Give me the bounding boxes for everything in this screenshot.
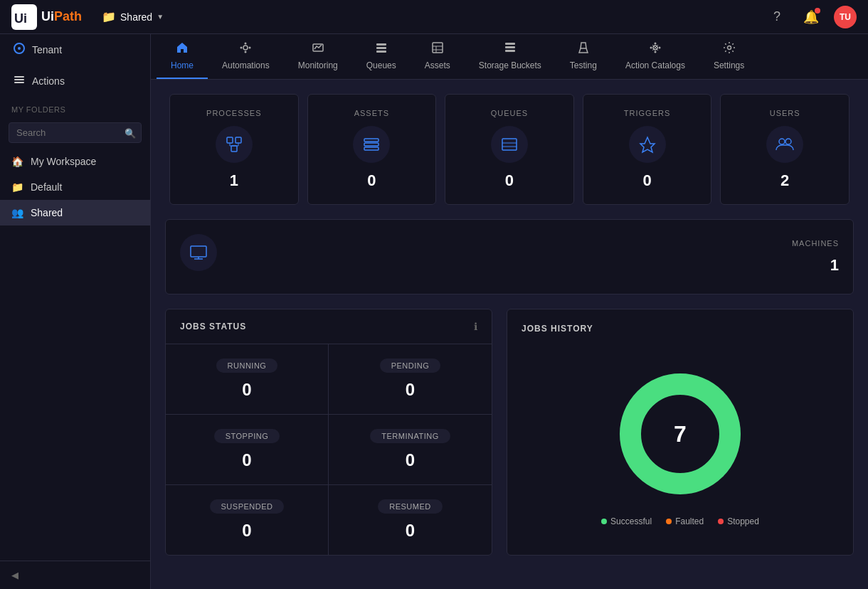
sidebar-item-tenant-label: Tenant (32, 44, 62, 55)
tab-testing[interactable]: Testing (556, 34, 611, 79)
sidebar-item-actions[interactable]: Actions (0, 65, 150, 97)
stat-card-processes[interactable]: PROCESSES 1 (169, 94, 299, 205)
donut-center-value: 7 (674, 420, 687, 447)
svg-rect-33 (231, 146, 237, 152)
machines-row: MACHINES 1 (151, 219, 868, 309)
svg-point-3 (18, 47, 21, 50)
tab-testing-label: Testing (570, 60, 597, 70)
tab-monitoring[interactable]: Monitoring (284, 34, 352, 79)
legend-label-stopped: Stopped (727, 516, 759, 526)
shared-breadcrumb-button[interactable]: 📁 Shared ▼ (96, 7, 169, 26)
legend-item-successful: Successful (601, 516, 652, 526)
tab-settings[interactable]: Settings (699, 34, 758, 79)
sidebar-item-default[interactable]: 📁 Default (0, 174, 150, 200)
svg-rect-41 (502, 139, 517, 150)
machines-icon (180, 234, 217, 271)
storage-buckets-tab-icon (504, 41, 517, 58)
tab-settings-label: Settings (714, 60, 744, 70)
svg-rect-15 (376, 51, 386, 53)
main-content: Home Automations Monitoring Queues (151, 34, 868, 589)
job-cell-stopping: STOPPING 0 (166, 415, 329, 485)
job-count-resumed: 0 (406, 521, 415, 541)
jobs-status-header: JOBS STATUS ℹ (166, 309, 492, 344)
stat-label-processes: PROCESSES (206, 109, 261, 117)
notification-dot (815, 8, 820, 14)
legend-dot-successful (601, 519, 607, 524)
tab-home[interactable]: Home (157, 34, 208, 79)
sidebar-item-shared-label: Shared (31, 207, 63, 218)
tab-queues-label: Queues (366, 60, 396, 70)
job-count-pending: 0 (406, 380, 415, 400)
stat-card-users[interactable]: USERS 2 (720, 94, 850, 205)
queues-tab-icon (375, 41, 388, 58)
help-button[interactable]: ? (766, 6, 788, 28)
job-badge-stopping: STOPPING (214, 429, 280, 443)
sidebar-item-tenant[interactable]: Tenant (0, 34, 150, 65)
donut-legend: Successful Faulted Stopped (601, 516, 759, 526)
svg-marker-44 (640, 137, 655, 152)
job-count-stopping: 0 (242, 450, 251, 470)
svg-point-8 (245, 43, 247, 45)
svg-text:Ui: Ui (14, 11, 27, 26)
sidebar-item-my-workspace[interactable]: 🏠 My Workspace (0, 149, 150, 174)
job-badge-resumed: RESUMED (378, 499, 443, 514)
logo: Ui UiPath (11, 4, 82, 30)
help-icon: ? (773, 9, 780, 24)
tab-home-label: Home (171, 60, 194, 70)
legend-label-successful: Successful (610, 516, 652, 526)
tab-automations[interactable]: Automations (208, 34, 284, 79)
job-badge-suspended: SUSPENDED (210, 499, 285, 514)
legend-item-stopped: Stopped (718, 516, 759, 526)
notification-button[interactable]: 🔔 (800, 6, 822, 28)
tab-action-catalogs[interactable]: Action Catalogs (611, 34, 699, 79)
stat-label-assets: ASSETS (354, 109, 389, 117)
job-count-terminating: 0 (406, 450, 415, 470)
svg-rect-13 (376, 43, 386, 46)
chevron-down-icon: ▼ (157, 13, 164, 21)
workspace-icon: 🏠 (11, 156, 23, 167)
settings-tab-icon (723, 41, 736, 58)
legend-label-faulted: Faulted (675, 516, 704, 526)
avatar[interactable]: TU (834, 6, 857, 28)
info-icon[interactable]: ℹ (474, 321, 477, 332)
svg-rect-47 (191, 246, 206, 257)
svg-rect-21 (505, 46, 515, 48)
default-folder-icon: 📁 (11, 181, 23, 193)
svg-rect-32 (235, 137, 241, 143)
search-input[interactable] (9, 122, 142, 143)
svg-rect-22 (505, 50, 515, 52)
machines-left (180, 234, 217, 280)
tab-assets[interactable]: Assets (411, 34, 465, 79)
svg-rect-39 (364, 143, 379, 146)
stat-card-queues[interactable]: QUEUES 0 (445, 94, 574, 205)
tab-storage-buckets[interactable]: Storage Buckets (465, 34, 556, 79)
svg-rect-38 (364, 139, 379, 142)
tab-queues[interactable]: Queues (352, 34, 411, 79)
svg-point-10 (240, 47, 243, 49)
svg-point-11 (249, 47, 251, 49)
donut-chart: 7 (609, 363, 751, 505)
automations-tab-icon (239, 41, 252, 58)
job-badge-terminating: TERMINATING (370, 429, 450, 443)
collapse-button[interactable]: ◀ (0, 561, 150, 589)
tab-action-catalogs-label: Action Catalogs (625, 60, 685, 70)
jobs-status-card: JOBS STATUS ℹ RUNNING 0 PENDING 0 STOPPI… (165, 309, 492, 556)
stat-card-triggers[interactable]: TRIGGERS 0 (583, 94, 712, 205)
stat-value-processes: 1 (230, 171, 238, 190)
stat-card-assets[interactable]: ASSETS 0 (307, 94, 437, 205)
layout: Tenant Actions MY FOLDERS 🔍 🏠 My Workspa… (0, 34, 868, 589)
job-cell-terminating: TERMINATING 0 (329, 415, 492, 485)
sidebar-item-actions-label: Actions (32, 75, 65, 87)
stat-label-queues: QUEUES (491, 109, 528, 117)
action-catalogs-tab-icon (649, 41, 662, 58)
shared-folder-icon: 👥 (11, 207, 23, 218)
job-cell-pending: PENDING 0 (329, 344, 492, 415)
job-cell-resumed: RESUMED 0 (329, 485, 492, 555)
legend-item-faulted: Faulted (666, 516, 704, 526)
breadcrumb-label: Shared (120, 11, 152, 23)
machines-card[interactable]: MACHINES 1 (165, 219, 854, 294)
sidebar-item-shared[interactable]: 👥 Shared (0, 200, 150, 225)
search-icon: 🔍 (125, 127, 136, 138)
stat-icon-queues (491, 126, 528, 163)
job-count-suspended: 0 (242, 521, 251, 541)
